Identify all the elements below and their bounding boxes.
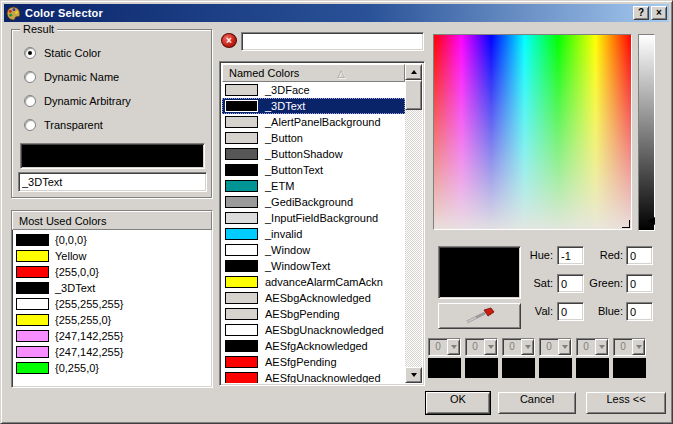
titlebar[interactable]: Color Selector ? ×	[4, 4, 669, 22]
named-colors-header[interactable]: Named Colors △	[222, 64, 405, 82]
named-color-row[interactable]: _3DText	[222, 98, 405, 114]
color-swatch	[225, 260, 258, 272]
radio-transparent[interactable]: Transparent	[24, 118, 103, 132]
palette-color-swatch[interactable]	[576, 358, 609, 378]
scrollbar-thumb[interactable]	[405, 80, 422, 110]
color-label: {247,142,255}	[55, 330, 124, 342]
named-color-row[interactable]: _GediBackground	[222, 194, 405, 210]
dropdown-button[interactable]	[632, 339, 645, 355]
palette-index-dropdown[interactable]: 0	[465, 338, 498, 356]
blue-field[interactable]	[626, 302, 653, 321]
color-swatch	[225, 116, 258, 128]
named-color-row[interactable]: _ETM	[222, 178, 405, 194]
dropdown-button[interactable]	[521, 339, 534, 355]
less-button[interactable]: Less <<	[586, 392, 666, 414]
named-color-row[interactable]: _AlertPanelBackground	[222, 114, 405, 130]
clear-filter-button[interactable]: ×	[221, 33, 237, 48]
palette-index-dropdown[interactable]: 0	[428, 338, 461, 356]
color-name-label: _ButtonShadow	[265, 148, 343, 160]
ok-button[interactable]: OK	[426, 392, 490, 414]
color-label: {0,255,0}	[55, 362, 99, 374]
result-name-field[interactable]	[18, 172, 207, 192]
named-color-row[interactable]: advanceAlarmCamAckn	[222, 274, 405, 290]
sat-field[interactable]	[557, 274, 584, 293]
palette-color-swatch[interactable]	[465, 358, 498, 378]
named-color-row[interactable]: _3DFace	[222, 82, 405, 98]
radio-dynamic-arbitrary[interactable]: Dynamic Arbitrary	[24, 94, 131, 108]
radio-dynamic-name[interactable]: Dynamic Name	[24, 70, 119, 84]
scroll-up-button[interactable]	[405, 64, 422, 80]
named-color-row[interactable]: AESfgAcknowledged	[222, 338, 405, 354]
color-name-label: _Window	[265, 244, 310, 256]
dropdown-button[interactable]	[595, 339, 608, 355]
dropdown-arrow-icon	[562, 345, 568, 349]
green-field[interactable]	[626, 274, 653, 293]
red-field[interactable]	[626, 246, 653, 265]
palette-color-swatch[interactable]	[428, 358, 461, 378]
color-swatch	[225, 164, 258, 176]
named-color-row[interactable]: _Window	[222, 242, 405, 258]
named-color-row[interactable]: AESfgUnacknowledged	[222, 370, 405, 383]
named-color-row[interactable]: AESbgAcknowledged	[222, 290, 405, 306]
dropdown-button[interactable]	[558, 339, 571, 355]
palette-color-swatch[interactable]	[613, 358, 646, 378]
color-label: Yellow	[55, 250, 86, 262]
most-used-row[interactable]: {255,0,0}	[14, 264, 210, 280]
hue-field[interactable]	[557, 246, 584, 265]
named-color-row[interactable]: _InputFieldBackground	[222, 210, 405, 226]
color-swatch	[225, 84, 258, 96]
named-color-row[interactable]: _ButtonText	[222, 162, 405, 178]
palette-index-dropdown[interactable]: 0	[613, 338, 646, 356]
palette-index-dropdown[interactable]: 0	[502, 338, 535, 356]
window-title: Color Selector	[25, 7, 103, 19]
most-used-row[interactable]: {247,142,255}	[14, 328, 210, 344]
named-color-row[interactable]: _Button	[222, 130, 405, 146]
named-color-row[interactable]: _WindowText	[222, 258, 405, 274]
sort-ascending-icon[interactable]: △	[337, 68, 345, 79]
result-group: Result Static Color Dynamic Name Dynamic…	[11, 29, 212, 198]
value-slider[interactable]	[638, 34, 655, 231]
radio-icon[interactable]	[24, 71, 36, 83]
scroll-down-button[interactable]	[405, 367, 422, 383]
palette-slot: 0	[613, 338, 646, 378]
palette-color-swatch[interactable]	[539, 358, 572, 378]
palette-color-swatch[interactable]	[502, 358, 535, 378]
named-color-row[interactable]: AESbgPending	[222, 306, 405, 322]
color-name-label: advanceAlarmCamAckn	[265, 276, 383, 288]
palette-index-dropdown[interactable]: 0	[539, 338, 572, 356]
most-used-header-label: Most Used Colors	[19, 215, 106, 227]
radio-icon[interactable]	[24, 47, 36, 59]
color-name-label: _3DFace	[265, 84, 310, 96]
most-used-row[interactable]: {0,0,0}	[14, 232, 210, 248]
most-used-row[interactable]: {255,255,0}	[14, 312, 210, 328]
dropdown-button[interactable]	[484, 339, 497, 355]
scrollbar[interactable]	[405, 64, 422, 383]
most-used-row[interactable]: {0,255,0}	[14, 360, 210, 376]
help-button[interactable]: ?	[633, 6, 649, 20]
most-used-header[interactable]: Most Used Colors	[12, 211, 212, 230]
hue-sat-gradient[interactable]	[433, 34, 632, 230]
most-used-row[interactable]: Yellow	[14, 248, 210, 264]
most-used-row[interactable]: {247,142,255}	[14, 344, 210, 360]
value-slider-marker[interactable]	[648, 217, 655, 225]
filter-input[interactable]	[241, 32, 424, 51]
scrollbar-track[interactable]	[405, 110, 422, 367]
named-color-row[interactable]: AESbgUnacknowledged	[222, 322, 405, 338]
val-field[interactable]	[557, 302, 584, 321]
named-color-row[interactable]: AESfgPending	[222, 354, 405, 370]
cancel-button[interactable]: Cancel	[498, 392, 576, 414]
blue-label: Blue:	[581, 302, 623, 321]
radio-icon[interactable]	[24, 119, 36, 131]
radio-static-color[interactable]: Static Color	[24, 46, 101, 60]
palette-index-dropdown[interactable]: 0	[576, 338, 609, 356]
close-button[interactable]: ×	[651, 6, 667, 20]
most-used-row[interactable]: {255,255,255}	[14, 296, 210, 312]
named-color-row[interactable]: _ButtonShadow	[222, 146, 405, 162]
most-used-row[interactable]: _3DText	[14, 280, 210, 296]
color-name-label: _GediBackground	[265, 196, 353, 208]
palette-index-value: 0	[429, 339, 447, 355]
red-label: Red:	[581, 246, 623, 265]
dropdown-button[interactable]	[447, 339, 460, 355]
radio-icon[interactable]	[24, 95, 36, 107]
named-color-row[interactable]: _invalid	[222, 226, 405, 242]
